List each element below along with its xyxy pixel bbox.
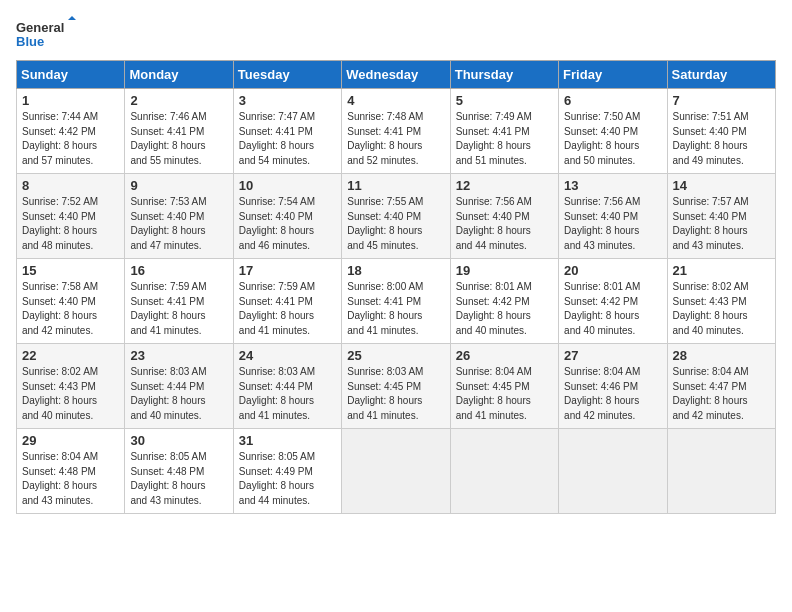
day-number: 28 xyxy=(673,348,770,363)
calendar-cell: 27Sunrise: 8:04 AM Sunset: 4:46 PM Dayli… xyxy=(559,344,667,429)
day-info: Sunrise: 8:04 AM Sunset: 4:48 PM Dayligh… xyxy=(22,450,119,508)
day-info: Sunrise: 8:01 AM Sunset: 4:42 PM Dayligh… xyxy=(564,280,661,338)
calendar-cell: 18Sunrise: 8:00 AM Sunset: 4:41 PM Dayli… xyxy=(342,259,450,344)
svg-text:General: General xyxy=(16,20,64,35)
calendar-cell: 4Sunrise: 7:48 AM Sunset: 4:41 PM Daylig… xyxy=(342,89,450,174)
day-number: 16 xyxy=(130,263,227,278)
day-number: 11 xyxy=(347,178,444,193)
calendar-cell: 2Sunrise: 7:46 AM Sunset: 4:41 PM Daylig… xyxy=(125,89,233,174)
calendar-cell: 11Sunrise: 7:55 AM Sunset: 4:40 PM Dayli… xyxy=(342,174,450,259)
day-number: 23 xyxy=(130,348,227,363)
calendar-cell: 7Sunrise: 7:51 AM Sunset: 4:40 PM Daylig… xyxy=(667,89,775,174)
calendar-cell xyxy=(450,429,558,514)
day-number: 14 xyxy=(673,178,770,193)
day-number: 8 xyxy=(22,178,119,193)
day-number: 31 xyxy=(239,433,336,448)
day-info: Sunrise: 7:46 AM Sunset: 4:41 PM Dayligh… xyxy=(130,110,227,168)
day-info: Sunrise: 8:04 AM Sunset: 4:46 PM Dayligh… xyxy=(564,365,661,423)
calendar-cell: 6Sunrise: 7:50 AM Sunset: 4:40 PM Daylig… xyxy=(559,89,667,174)
calendar-cell: 26Sunrise: 8:04 AM Sunset: 4:45 PM Dayli… xyxy=(450,344,558,429)
calendar-week-3: 15Sunrise: 7:58 AM Sunset: 4:40 PM Dayli… xyxy=(17,259,776,344)
weekday-header-tuesday: Tuesday xyxy=(233,61,341,89)
day-number: 13 xyxy=(564,178,661,193)
logo: GeneralBlue xyxy=(16,16,76,52)
weekday-header-row: SundayMondayTuesdayWednesdayThursdayFrid… xyxy=(17,61,776,89)
calendar-cell: 3Sunrise: 7:47 AM Sunset: 4:41 PM Daylig… xyxy=(233,89,341,174)
day-number: 22 xyxy=(22,348,119,363)
calendar-cell: 13Sunrise: 7:56 AM Sunset: 4:40 PM Dayli… xyxy=(559,174,667,259)
day-info: Sunrise: 7:50 AM Sunset: 4:40 PM Dayligh… xyxy=(564,110,661,168)
calendar-cell: 12Sunrise: 7:56 AM Sunset: 4:40 PM Dayli… xyxy=(450,174,558,259)
day-number: 12 xyxy=(456,178,553,193)
calendar-cell: 8Sunrise: 7:52 AM Sunset: 4:40 PM Daylig… xyxy=(17,174,125,259)
weekday-header-saturday: Saturday xyxy=(667,61,775,89)
weekday-header-thursday: Thursday xyxy=(450,61,558,89)
day-number: 26 xyxy=(456,348,553,363)
day-info: Sunrise: 8:00 AM Sunset: 4:41 PM Dayligh… xyxy=(347,280,444,338)
calendar-week-4: 22Sunrise: 8:02 AM Sunset: 4:43 PM Dayli… xyxy=(17,344,776,429)
day-info: Sunrise: 7:54 AM Sunset: 4:40 PM Dayligh… xyxy=(239,195,336,253)
day-info: Sunrise: 8:01 AM Sunset: 4:42 PM Dayligh… xyxy=(456,280,553,338)
calendar-cell: 31Sunrise: 8:05 AM Sunset: 4:49 PM Dayli… xyxy=(233,429,341,514)
day-number: 25 xyxy=(347,348,444,363)
calendar-cell xyxy=(559,429,667,514)
day-info: Sunrise: 8:03 AM Sunset: 4:44 PM Dayligh… xyxy=(239,365,336,423)
day-number: 10 xyxy=(239,178,336,193)
calendar-cell: 10Sunrise: 7:54 AM Sunset: 4:40 PM Dayli… xyxy=(233,174,341,259)
weekday-header-monday: Monday xyxy=(125,61,233,89)
calendar-cell: 25Sunrise: 8:03 AM Sunset: 4:45 PM Dayli… xyxy=(342,344,450,429)
day-info: Sunrise: 8:04 AM Sunset: 4:45 PM Dayligh… xyxy=(456,365,553,423)
calendar-cell: 1Sunrise: 7:44 AM Sunset: 4:42 PM Daylig… xyxy=(17,89,125,174)
day-info: Sunrise: 7:55 AM Sunset: 4:40 PM Dayligh… xyxy=(347,195,444,253)
weekday-header-wednesday: Wednesday xyxy=(342,61,450,89)
weekday-header-friday: Friday xyxy=(559,61,667,89)
day-info: Sunrise: 8:03 AM Sunset: 4:45 PM Dayligh… xyxy=(347,365,444,423)
day-number: 17 xyxy=(239,263,336,278)
day-info: Sunrise: 7:56 AM Sunset: 4:40 PM Dayligh… xyxy=(456,195,553,253)
day-number: 21 xyxy=(673,263,770,278)
calendar-cell: 24Sunrise: 8:03 AM Sunset: 4:44 PM Dayli… xyxy=(233,344,341,429)
logo-svg: GeneralBlue xyxy=(16,16,76,52)
day-info: Sunrise: 7:56 AM Sunset: 4:40 PM Dayligh… xyxy=(564,195,661,253)
day-info: Sunrise: 7:47 AM Sunset: 4:41 PM Dayligh… xyxy=(239,110,336,168)
day-info: Sunrise: 7:49 AM Sunset: 4:41 PM Dayligh… xyxy=(456,110,553,168)
day-number: 18 xyxy=(347,263,444,278)
calendar-cell: 23Sunrise: 8:03 AM Sunset: 4:44 PM Dayli… xyxy=(125,344,233,429)
calendar-cell xyxy=(342,429,450,514)
calendar-cell xyxy=(667,429,775,514)
day-number: 19 xyxy=(456,263,553,278)
day-info: Sunrise: 8:05 AM Sunset: 4:48 PM Dayligh… xyxy=(130,450,227,508)
calendar-body: 1Sunrise: 7:44 AM Sunset: 4:42 PM Daylig… xyxy=(17,89,776,514)
calendar-week-2: 8Sunrise: 7:52 AM Sunset: 4:40 PM Daylig… xyxy=(17,174,776,259)
calendar-table: SundayMondayTuesdayWednesdayThursdayFrid… xyxy=(16,60,776,514)
day-number: 9 xyxy=(130,178,227,193)
day-info: Sunrise: 7:52 AM Sunset: 4:40 PM Dayligh… xyxy=(22,195,119,253)
calendar-cell: 5Sunrise: 7:49 AM Sunset: 4:41 PM Daylig… xyxy=(450,89,558,174)
calendar-week-1: 1Sunrise: 7:44 AM Sunset: 4:42 PM Daylig… xyxy=(17,89,776,174)
calendar-cell: 29Sunrise: 8:04 AM Sunset: 4:48 PM Dayli… xyxy=(17,429,125,514)
day-number: 24 xyxy=(239,348,336,363)
day-info: Sunrise: 8:03 AM Sunset: 4:44 PM Dayligh… xyxy=(130,365,227,423)
page-header: GeneralBlue xyxy=(16,16,776,52)
calendar-cell: 28Sunrise: 8:04 AM Sunset: 4:47 PM Dayli… xyxy=(667,344,775,429)
day-number: 4 xyxy=(347,93,444,108)
day-number: 15 xyxy=(22,263,119,278)
svg-text:Blue: Blue xyxy=(16,34,44,49)
calendar-week-5: 29Sunrise: 8:04 AM Sunset: 4:48 PM Dayli… xyxy=(17,429,776,514)
svg-marker-2 xyxy=(68,16,76,20)
calendar-cell: 9Sunrise: 7:53 AM Sunset: 4:40 PM Daylig… xyxy=(125,174,233,259)
calendar-cell: 22Sunrise: 8:02 AM Sunset: 4:43 PM Dayli… xyxy=(17,344,125,429)
day-number: 5 xyxy=(456,93,553,108)
day-info: Sunrise: 7:59 AM Sunset: 4:41 PM Dayligh… xyxy=(239,280,336,338)
calendar-cell: 17Sunrise: 7:59 AM Sunset: 4:41 PM Dayli… xyxy=(233,259,341,344)
day-number: 7 xyxy=(673,93,770,108)
day-info: Sunrise: 8:04 AM Sunset: 4:47 PM Dayligh… xyxy=(673,365,770,423)
day-number: 27 xyxy=(564,348,661,363)
calendar-cell: 14Sunrise: 7:57 AM Sunset: 4:40 PM Dayli… xyxy=(667,174,775,259)
calendar-cell: 15Sunrise: 7:58 AM Sunset: 4:40 PM Dayli… xyxy=(17,259,125,344)
day-number: 1 xyxy=(22,93,119,108)
calendar-cell: 20Sunrise: 8:01 AM Sunset: 4:42 PM Dayli… xyxy=(559,259,667,344)
calendar-cell: 19Sunrise: 8:01 AM Sunset: 4:42 PM Dayli… xyxy=(450,259,558,344)
day-number: 20 xyxy=(564,263,661,278)
day-number: 2 xyxy=(130,93,227,108)
